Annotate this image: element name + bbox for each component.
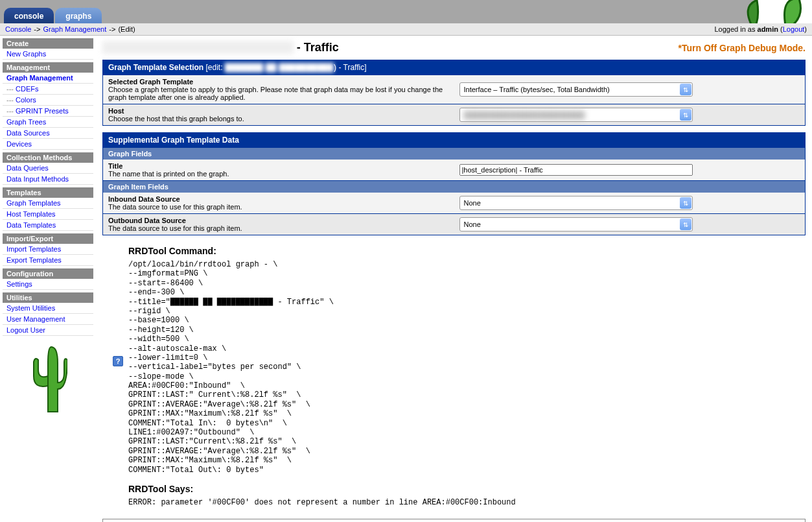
breadcrumb-console[interactable]: Console bbox=[5, 25, 31, 33]
sidebar-data-sources[interactable]: Data Sources bbox=[3, 128, 93, 139]
sidebar-colors[interactable]: --- Colors bbox=[3, 95, 93, 106]
sidebar-data-input[interactable]: Data Input Methods bbox=[3, 174, 93, 185]
sidebar-export-templates[interactable]: Export Templates bbox=[3, 255, 93, 266]
top-tab-bar: console graphs bbox=[0, 0, 812, 23]
page-title: ████████ (██ ███████ ████) - Traffic bbox=[102, 41, 339, 54]
svg-point-0 bbox=[750, 0, 812, 23]
label-outbound-ds: Outbound Data Source The data source to … bbox=[103, 214, 454, 235]
sidebar-import-templates[interactable]: Import Templates bbox=[3, 244, 93, 255]
breadcrumb-graph-mgmt[interactable]: Graph Management bbox=[43, 25, 106, 33]
label-inbound-ds: Inbound Data Source The data source to u… bbox=[103, 193, 454, 213]
subheader-graph-item-fields: Graph Item Fields bbox=[102, 181, 806, 193]
breadcrumb: Console -> Graph Management -> (Edit) bbox=[5, 25, 135, 33]
section-header-template-selection: Graph Template Selection [edit: ███████ … bbox=[102, 60, 806, 75]
cactus-logo-icon bbox=[29, 344, 67, 415]
select-inbound-ds[interactable]: None⇅ bbox=[459, 196, 693, 210]
sidebar-header-import-export: Import/Export bbox=[3, 233, 93, 244]
select-graph-template[interactable]: Interface – Traffic (bytes/sec, Total Ba… bbox=[459, 82, 693, 97]
help-icon[interactable]: ? bbox=[113, 356, 123, 366]
rrd-debug-block: ? RRDTool Command: /opt/local/bin/rrdtoo… bbox=[128, 246, 806, 507]
logout-link[interactable]: Logout bbox=[783, 25, 805, 33]
sidebar-new-graphs[interactable]: New Graphs bbox=[3, 49, 93, 60]
breadcrumb-edit: (Edit) bbox=[118, 25, 135, 33]
tab-console[interactable]: console bbox=[4, 8, 54, 23]
sidebar-settings[interactable]: Settings bbox=[3, 279, 93, 290]
sidebar-gprint-presets[interactable]: --- GPRINT Presets bbox=[3, 106, 93, 117]
breadcrumb-bar: Console -> Graph Management -> (Edit) Lo… bbox=[0, 23, 812, 36]
rrd-error-text: ERROR: parameter '#00CF00' does not repr… bbox=[128, 498, 806, 507]
sidebar-graph-trees[interactable]: Graph Trees bbox=[3, 117, 93, 128]
dropdown-icon: ⇅ bbox=[680, 197, 691, 209]
sidebar-header-utilities: Utilities bbox=[3, 292, 93, 303]
sidebar-data-queries[interactable]: Data Queries bbox=[3, 163, 93, 174]
content-area: ████████ (██ ███████ ████) - Traffic *Tu… bbox=[96, 36, 812, 522]
sidebar-logout-user[interactable]: Logout User bbox=[3, 325, 93, 336]
sidebar: Create New Graphs Management Graph Manag… bbox=[0, 36, 96, 522]
sidebar-header-create: Create bbox=[3, 38, 93, 49]
sidebar-user-management[interactable]: User Management bbox=[3, 314, 93, 325]
subheader-graph-fields: Graph Fields bbox=[102, 148, 806, 160]
dropdown-icon: ⇅ bbox=[680, 84, 691, 95]
sidebar-graph-management[interactable]: Graph Management bbox=[3, 73, 93, 84]
rrd-says-header: RRDTool Says: bbox=[128, 484, 806, 494]
button-row: cancel save bbox=[102, 519, 806, 522]
login-status: Logged in as admin (Logout) bbox=[714, 25, 807, 33]
dropdown-icon: ⇅ bbox=[680, 109, 691, 121]
tab-graphs[interactable]: graphs bbox=[55, 8, 102, 23]
sidebar-header-configuration: Configuration bbox=[3, 268, 93, 279]
label-title: Title The name that is printed on the gr… bbox=[103, 160, 454, 180]
input-title[interactable] bbox=[459, 164, 693, 176]
toggle-debug-link[interactable]: *Turn Off Graph Debug Mode. bbox=[678, 43, 806, 53]
sidebar-host-templates[interactable]: Host Templates bbox=[3, 209, 93, 220]
select-host[interactable]: ████████████████████████⇅ bbox=[459, 108, 693, 122]
section-header-supplemental: Supplemental Graph Template Data bbox=[102, 132, 806, 148]
select-outbound-ds[interactable]: None⇅ bbox=[459, 217, 693, 231]
rrd-command-header: RRDTool Command: bbox=[128, 246, 806, 256]
cactus-banner-art bbox=[695, 0, 812, 23]
sidebar-graph-templates[interactable]: Graph Templates bbox=[3, 198, 93, 209]
sidebar-header-collection: Collection Methods bbox=[3, 152, 93, 163]
rrd-command-text: /opt/local/bin/rrdtool graph - \ --imgfo… bbox=[128, 260, 806, 475]
sidebar-devices[interactable]: Devices bbox=[3, 139, 93, 150]
sidebar-header-templates: Templates bbox=[3, 187, 93, 198]
sidebar-header-management: Management bbox=[3, 62, 93, 73]
sidebar-cdefs[interactable]: --- CDEFs bbox=[3, 84, 93, 95]
dropdown-icon: ⇅ bbox=[680, 219, 691, 230]
sidebar-system-utilities[interactable]: System Utilities bbox=[3, 303, 93, 314]
label-selected-template: Selected Graph Template Choose a graph t… bbox=[103, 75, 454, 104]
label-host: Host Choose the host that this graph bel… bbox=[103, 104, 454, 125]
sidebar-data-templates[interactable]: Data Templates bbox=[3, 220, 93, 231]
